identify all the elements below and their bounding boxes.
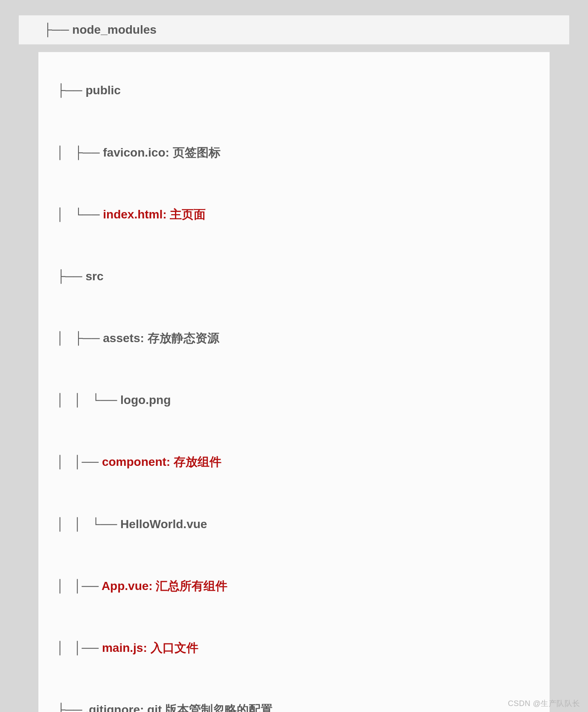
tree-prefix: │ │──: [57, 455, 102, 468]
tree-container: ├── public │ ├── favicon.ico: 页签图标 │ └──…: [38, 52, 550, 712]
tree-row: │ │── component: 存放组件: [38, 439, 550, 485]
tree-prefix: │ ├──: [57, 146, 103, 159]
tree-row: │ │ └── logo.png: [38, 377, 550, 424]
tree-row: ├── public: [38, 67, 550, 114]
tree-label: HelloWorld.vue: [120, 517, 207, 531]
tree-row: │ │ └── HelloWorld.vue: [38, 501, 550, 547]
tree-label: logo.png: [120, 393, 171, 407]
tree-label: index.html: 主页面: [103, 208, 206, 221]
tree-prefix: ├──: [57, 270, 85, 283]
tree-prefix: │ │ └──: [57, 393, 120, 407]
tree-header: ├── node_modules: [19, 15, 569, 44]
tree-row: ├── .gitignore: git 版本管制忽略的配置: [38, 687, 550, 712]
tree-row: │ ├── favicon.ico: 页签图标: [38, 129, 550, 176]
tree-prefix: │ ├──: [57, 331, 103, 345]
tree-row: │ ├── assets: 存放静态资源: [38, 315, 550, 362]
tree-prefix: │ │──: [57, 641, 102, 654]
tree-row: │ │── main.js: 入口文件: [38, 625, 550, 671]
tree-prefix: ├──: [44, 23, 72, 36]
tree-row: │ └── index.html: 主页面: [38, 191, 550, 238]
tree-label: favicon.ico: 页签图标: [103, 146, 220, 159]
tree-prefix: ├──: [57, 84, 85, 97]
tree-prefix: │ │──: [57, 579, 102, 593]
tree-label: .gitignore: git 版本管制忽略的配置: [85, 703, 273, 712]
tree-prefix: │ └──: [57, 208, 103, 221]
watermark: CSDN @生产队队长: [508, 698, 580, 709]
tree-label: node_modules: [72, 23, 157, 36]
tree-label: main.js: 入口文件: [102, 641, 198, 654]
tree-row: ├── src: [38, 253, 550, 300]
tree-prefix: │ │ └──: [57, 517, 120, 531]
tree-label: src: [85, 270, 103, 283]
tree-label: App.vue: 汇总所有组件: [102, 579, 228, 593]
tree-prefix: ├──: [57, 703, 85, 712]
tree-label: component: 存放组件: [102, 455, 221, 468]
tree-label: public: [85, 84, 120, 97]
tree-label: assets: 存放静态资源: [103, 331, 219, 345]
tree-row: │ │── App.vue: 汇总所有组件: [38, 563, 550, 609]
